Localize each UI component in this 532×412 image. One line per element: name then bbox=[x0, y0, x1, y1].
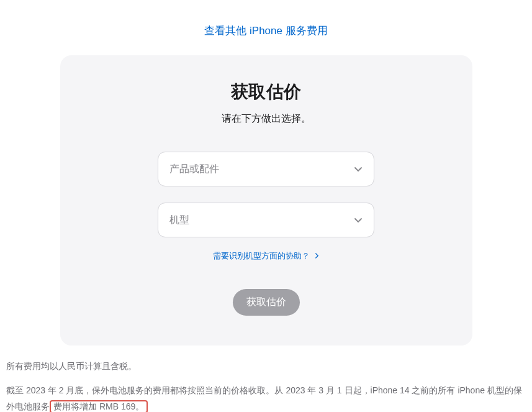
product-select[interactable]: 产品或配件 bbox=[158, 152, 374, 186]
chevron-down-icon bbox=[354, 165, 363, 173]
model-select-placeholder: 机型 bbox=[169, 214, 189, 227]
model-select[interactable]: 机型 bbox=[158, 203, 374, 237]
get-estimate-button[interactable]: 获取估价 bbox=[233, 289, 300, 316]
help-link-label: 需要识别机型方面的协助？ bbox=[213, 251, 310, 260]
model-select-wrap: 机型 bbox=[158, 203, 374, 237]
identify-model-help-link[interactable]: 需要识别机型方面的协助？ bbox=[213, 251, 319, 260]
card-subtitle: 请在下方做出选择。 bbox=[85, 112, 448, 126]
top-link-container: 查看其他 iPhone 服务费用 bbox=[0, 0, 532, 55]
chevron-right-icon bbox=[315, 252, 319, 261]
chevron-down-icon bbox=[354, 216, 363, 224]
help-link-container: 需要识别机型方面的协助？ bbox=[85, 250, 448, 262]
estimate-card: 获取估价 请在下方做出选择。 产品或配件 机型 需要识别机型方面的协助？ 获取估… bbox=[60, 55, 472, 346]
other-service-fees-link[interactable]: 查看其他 iPhone 服务费用 bbox=[204, 25, 327, 37]
footer-text: 所有费用均以人民币计算且含税。 截至 2023 年 2 月底，保外电池服务的费用… bbox=[0, 346, 532, 412]
footer-line-2: 截至 2023 年 2 月底，保外电池服务的费用都将按照当前的价格收取。从 20… bbox=[6, 382, 526, 412]
card-title: 获取估价 bbox=[85, 80, 448, 104]
product-select-wrap: 产品或配件 bbox=[158, 152, 374, 186]
footer-line-1: 所有费用均以人民币计算且含税。 bbox=[6, 358, 526, 375]
product-select-placeholder: 产品或配件 bbox=[169, 163, 219, 176]
price-increase-highlight: 费用将增加 RMB 169。 bbox=[50, 400, 148, 412]
